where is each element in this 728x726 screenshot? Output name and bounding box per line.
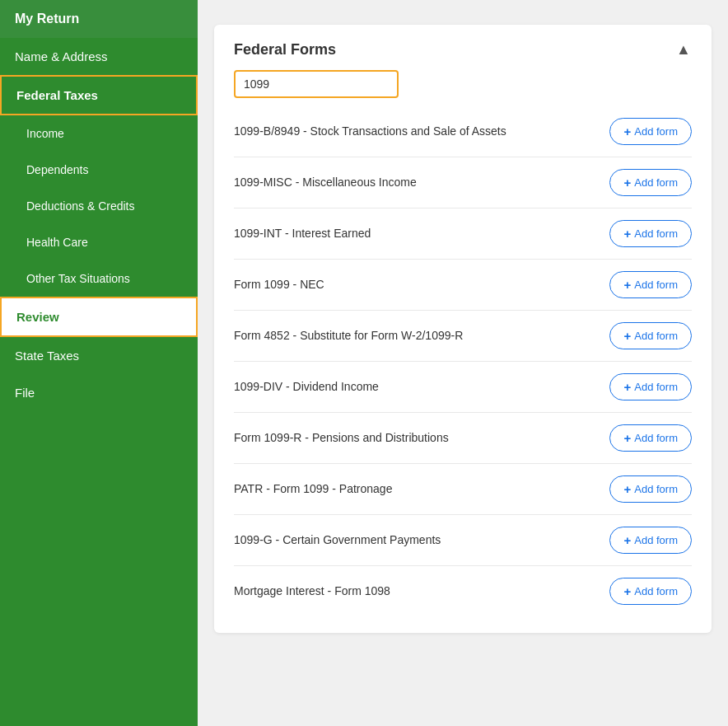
add-form-button[interactable]: + Add form xyxy=(609,527,692,554)
list-item: 1099-INT - Interest Earned+ Add form xyxy=(234,208,692,260)
list-item: Form 1099 - NEC+ Add form xyxy=(234,260,692,311)
sidebar-item-my-return[interactable]: My Return xyxy=(0,0,198,38)
sidebar-item-income[interactable]: Income xyxy=(0,115,198,152)
sidebar-item-file[interactable]: File xyxy=(0,374,198,411)
sidebar-item-state-taxes[interactable]: State Taxes xyxy=(0,337,198,374)
sidebar-item-deductions-credits[interactable]: Deductions & Credits xyxy=(0,188,198,224)
sidebar-item-dependents[interactable]: Dependents xyxy=(0,152,198,188)
form-label: 1099-B/8949 - Stock Transactions and Sal… xyxy=(234,124,609,140)
list-item: 1099-G - Certain Government Payments+ Ad… xyxy=(234,515,692,566)
list-item: PATR - Form 1099 - Patronage+ Add form xyxy=(234,464,692,515)
sidebar-item-federal-taxes[interactable]: Federal Taxes xyxy=(0,75,198,115)
sidebar-item-review[interactable]: Review xyxy=(0,297,198,337)
sidebar-item-name-address[interactable]: Name & Address xyxy=(0,38,198,75)
add-form-button[interactable]: + Add form xyxy=(609,578,692,605)
add-form-button[interactable]: + Add form xyxy=(609,169,692,196)
list-item: Mortgage Interest - Form 1098+ Add form xyxy=(234,566,692,616)
panel-title: Federal Forms xyxy=(234,41,336,59)
form-label: Form 4852 - Substitute for Form W-2/1099… xyxy=(234,328,609,344)
add-form-button[interactable]: + Add form xyxy=(609,322,692,349)
form-label: Form 1099 - NEC xyxy=(234,277,609,293)
form-label: Form 1099-R - Pensions and Distributions xyxy=(234,430,609,447)
federal-forms-panel: Federal Forms ▲ 1099-B/8949 - Stock Tran… xyxy=(214,25,712,633)
form-label: 1099-INT - Interest Earned xyxy=(234,226,609,242)
search-input[interactable] xyxy=(234,70,399,98)
collapse-icon[interactable]: ▲ xyxy=(675,42,692,59)
panel-header: Federal Forms ▲ xyxy=(234,41,692,59)
form-label: Mortgage Interest - Form 1098 xyxy=(234,583,609,600)
sidebar: My ReturnName & AddressFederal TaxesInco… xyxy=(0,0,198,726)
add-form-button[interactable]: + Add form xyxy=(609,118,692,145)
form-label: 1099-MISC - Miscellaneous Income xyxy=(234,175,609,191)
form-label: 1099-DIV - Dividend Income xyxy=(234,379,609,396)
form-label: PATR - Form 1099 - Patronage xyxy=(234,481,609,498)
add-form-button[interactable]: + Add form xyxy=(609,475,692,503)
list-item: Form 4852 - Substitute for Form W-2/1099… xyxy=(234,311,692,362)
sidebar-item-health-care[interactable]: Health Care xyxy=(0,224,198,260)
form-list: 1099-B/8949 - Stock Transactions and Sal… xyxy=(234,106,692,616)
sidebar-item-other-tax[interactable]: Other Tax Situations xyxy=(0,260,198,297)
list-item: 1099-B/8949 - Stock Transactions and Sal… xyxy=(234,106,692,157)
add-form-button[interactable]: + Add form xyxy=(609,424,692,452)
form-label: 1099-G - Certain Government Payments xyxy=(234,532,609,549)
list-item: Form 1099-R - Pensions and Distributions… xyxy=(234,413,692,464)
list-item: 1099-DIV - Dividend Income+ Add form xyxy=(234,362,692,413)
add-form-button[interactable]: + Add form xyxy=(609,373,692,400)
main-content: Federal Forms ▲ 1099-B/8949 - Stock Tran… xyxy=(198,0,728,726)
add-form-button[interactable]: + Add form xyxy=(609,271,692,298)
add-form-button[interactable]: + Add form xyxy=(609,220,692,247)
list-item: 1099-MISC - Miscellaneous Income+ Add fo… xyxy=(234,157,692,208)
